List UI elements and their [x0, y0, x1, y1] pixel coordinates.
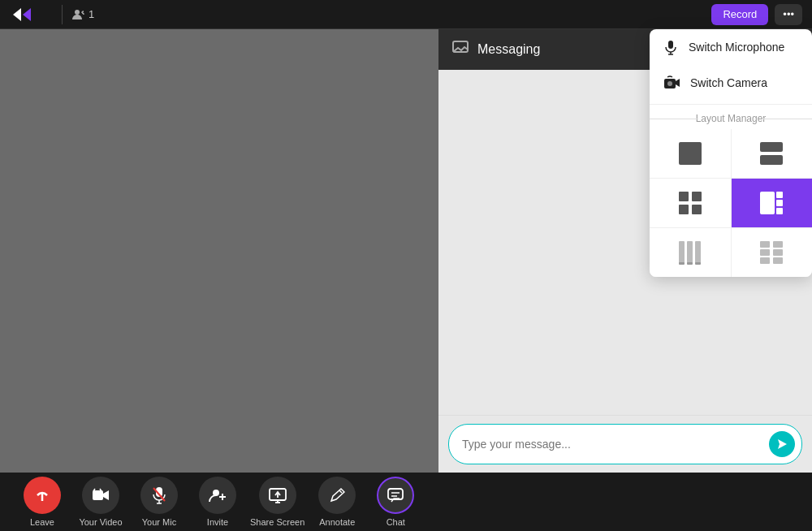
invite-button[interactable]: Invite	[192, 477, 244, 527]
top-bar: 1 Record •••	[0, 0, 812, 29]
svg-rect-21	[679, 262, 685, 265]
svg-rect-12	[679, 205, 689, 214]
svg-point-6	[667, 81, 672, 86]
chat-input-wrapper	[448, 424, 802, 464]
svg-rect-18	[679, 241, 685, 264]
svg-rect-2	[668, 41, 673, 49]
dropdown-divider	[650, 104, 812, 105]
annotate-icon	[318, 477, 356, 514]
layout-single[interactable]	[650, 129, 731, 178]
your-video-label: Your Video	[79, 517, 122, 527]
svg-rect-20	[695, 241, 701, 264]
leave-icon	[24, 477, 61, 514]
svg-rect-23	[695, 262, 701, 265]
camera-icon	[663, 75, 680, 91]
chat-icon	[377, 477, 414, 514]
microphone-icon	[663, 39, 679, 55]
svg-rect-9	[760, 155, 783, 165]
record-button[interactable]: Record	[711, 4, 768, 25]
chat-input-area	[438, 415, 812, 473]
svg-rect-14	[760, 192, 775, 214]
svg-rect-8	[760, 142, 783, 152]
svg-rect-31	[93, 490, 103, 500]
annotate-label: Annotate	[319, 517, 355, 527]
video-area	[0, 29, 438, 473]
layout-gallery[interactable]	[732, 228, 813, 277]
more-button[interactable]: •••	[775, 4, 802, 25]
switch-microphone-label: Switch Microphone	[689, 41, 784, 54]
svg-rect-26	[760, 249, 770, 256]
switch-camera-label: Switch Camera	[690, 76, 767, 89]
your-mic-label: Your Mic	[142, 517, 176, 527]
send-button[interactable]	[769, 431, 795, 457]
svg-rect-10	[679, 192, 689, 201]
layout-grid-4[interactable]	[650, 179, 731, 227]
svg-rect-22	[687, 262, 693, 265]
participants-count: 1	[72, 8, 94, 21]
svg-rect-16	[776, 200, 783, 206]
invite-label: Invite	[207, 517, 228, 527]
app-logo	[10, 5, 39, 24]
your-video-button[interactable]: Your Video	[75, 477, 127, 527]
svg-rect-24	[760, 241, 770, 248]
svg-rect-19	[687, 241, 693, 264]
chat-button[interactable]: Chat	[369, 477, 421, 527]
svg-rect-25	[773, 241, 783, 248]
svg-rect-13	[692, 205, 702, 214]
layout-filmstrip[interactable]	[650, 228, 731, 277]
svg-rect-15	[776, 192, 783, 198]
svg-line-45	[339, 490, 342, 493]
message-input[interactable]	[462, 438, 769, 451]
layout-split-h[interactable]	[732, 129, 813, 178]
top-bar-actions: Record •••	[711, 4, 802, 25]
mic-icon	[140, 477, 178, 514]
bottom-toolbar: Leave Your Video Your Mic	[0, 473, 812, 531]
top-bar-divider	[62, 5, 63, 24]
layout-sidebar[interactable]	[732, 179, 813, 227]
svg-point-0	[75, 10, 80, 15]
invite-icon	[199, 477, 236, 514]
svg-rect-27	[773, 249, 783, 256]
layout-manager-label: Layout Manager	[650, 108, 812, 129]
svg-rect-7	[679, 142, 702, 165]
video-icon	[82, 477, 119, 514]
share-screen-button[interactable]: Share Screen	[250, 477, 304, 527]
leave-button[interactable]: Leave	[16, 477, 68, 527]
leave-label: Leave	[30, 517, 54, 527]
svg-rect-11	[692, 192, 702, 201]
your-mic-button[interactable]: Your Mic	[133, 477, 185, 527]
svg-rect-28	[760, 257, 770, 264]
svg-rect-17	[776, 208, 783, 214]
share-screen-icon	[259, 477, 296, 514]
svg-rect-46	[388, 489, 403, 499]
messaging-label: Messaging	[477, 42, 540, 57]
switch-microphone-item[interactable]: Switch Microphone	[650, 29, 812, 65]
messaging-icon	[451, 39, 469, 60]
chat-label: Chat	[387, 517, 405, 527]
share-screen-label: Share Screen	[250, 517, 304, 527]
layout-grid	[650, 129, 812, 277]
dropdown-popup: Switch Microphone Switch Camera Layout M…	[650, 29, 812, 277]
annotate-button[interactable]: Annotate	[311, 477, 363, 527]
svg-rect-29	[773, 257, 783, 264]
switch-camera-item[interactable]: Switch Camera	[650, 65, 812, 101]
